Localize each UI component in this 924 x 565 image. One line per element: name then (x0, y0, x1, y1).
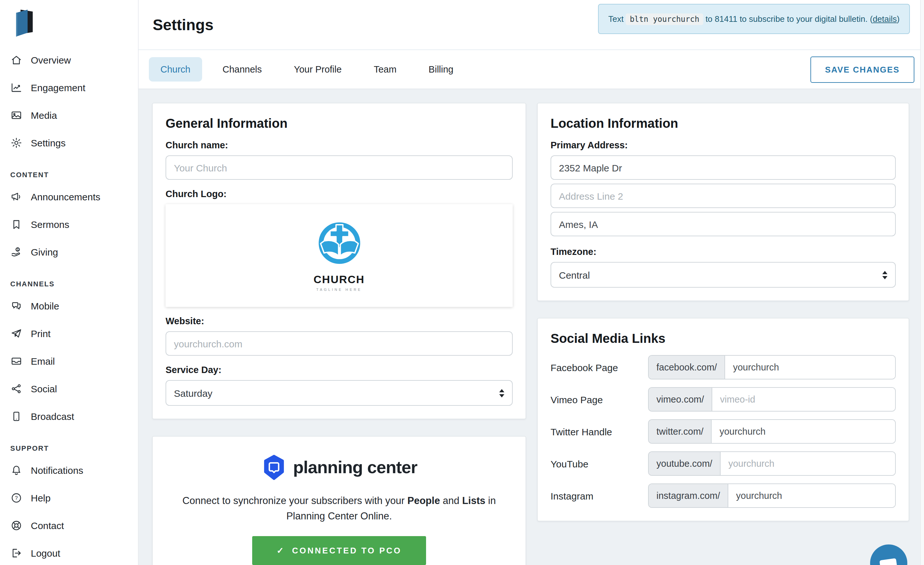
sidebar-item-notifications[interactable]: Notifications (10, 457, 138, 484)
sidebar-section-support: SUPPORT (10, 440, 138, 457)
url-prefix: vimeo.com/ (649, 388, 712, 411)
page-title: Settings (153, 16, 213, 34)
youtube-handle-input[interactable] (721, 452, 895, 475)
sidebar-item-label: Announcements (31, 191, 100, 202)
bookmark-icon (10, 218, 22, 230)
sidebar-section-content: CONTENT (10, 166, 138, 183)
banner-text: to 81411 to subscribe to your digital bu… (703, 14, 873, 24)
bulletin-logo-icon (12, 6, 37, 37)
url-prefix: youtube.com/ (649, 452, 721, 475)
timezone-select[interactable]: Central (550, 262, 896, 288)
sidebar-item-label: Broadcast (31, 411, 74, 422)
sidebar-item-giving[interactable]: $ Giving (10, 238, 138, 266)
location-information-card: Location Information Primary Address: Ti… (537, 103, 909, 301)
tab-channels[interactable]: Channels (211, 57, 274, 81)
instagram-handle-input[interactable] (728, 484, 895, 507)
website-input[interactable] (165, 331, 513, 356)
youtube-label: YouTube (550, 458, 648, 469)
sidebar-item-label: Social (31, 383, 57, 394)
scrollbar[interactable] (920, 0, 924, 565)
card-title: General Information (165, 116, 513, 131)
general-information-card: General Information Church name: Church … (152, 103, 526, 419)
select-arrows-icon (499, 389, 504, 397)
save-changes-button[interactable]: SAVE CHANGES (810, 56, 914, 83)
social-row-youtube: YouTube youtube.com/ (550, 451, 896, 476)
church-logo-box[interactable]: CHURCH TAGLINE HERE (165, 204, 513, 307)
instagram-label: Instagram (550, 490, 648, 501)
city-state-input[interactable] (550, 212, 896, 236)
settings-tabbar: Church Channels Your Profile Team Billin… (139, 50, 924, 89)
select-arrows-icon (882, 270, 887, 279)
inbox-icon (10, 355, 22, 367)
sidebar-item-contact[interactable]: Contact (10, 512, 138, 539)
primary-address-label: Primary Address: (550, 140, 896, 150)
social-media-links-card: Social Media Links Facebook Page faceboo… (537, 318, 909, 521)
card-title: Social Media Links (550, 331, 896, 346)
chart-icon (10, 81, 22, 94)
tab-your-profile[interactable]: Your Profile (282, 57, 353, 81)
timezone-value: Central (559, 269, 590, 280)
sidebar-item-logout[interactable]: Logout (10, 539, 138, 565)
sidebar-item-social[interactable]: Social (10, 375, 138, 403)
service-day-select[interactable]: Saturday (165, 380, 513, 406)
tab-team[interactable]: Team (362, 57, 408, 81)
card-title: Location Information (550, 116, 896, 131)
sidebar-item-settings[interactable]: Settings (10, 129, 138, 157)
website-label: Website: (165, 316, 513, 326)
share-icon (10, 383, 22, 395)
media-icon (10, 109, 22, 121)
sms-banner: Text bltn yourchurch to 81411 to subscri… (598, 4, 910, 34)
church-name-input[interactable] (165, 155, 513, 180)
social-row-vimeo: Vimeo Page vimeo.com/ (550, 387, 896, 412)
check-icon: ✓ (276, 546, 285, 555)
svg-text:$: $ (16, 248, 19, 251)
pco-button-label: CONNECTED TO PCO (292, 546, 402, 555)
tab-billing[interactable]: Billing (417, 57, 465, 81)
sidebar-item-engagement[interactable]: Engagement (10, 74, 138, 101)
address-line-2-input[interactable] (550, 183, 896, 208)
sidebar-item-label: Notifications (31, 465, 83, 476)
sidebar-item-announcements[interactable]: Announcements (10, 183, 138, 210)
banner-text: ) (897, 14, 900, 24)
banner-code: bltn yourchurch (626, 14, 703, 25)
church-name-label: Church name: (165, 140, 513, 150)
sidebar-item-label: Sermons (31, 219, 69, 230)
app-logo[interactable] (12, 6, 138, 39)
sidebar-item-label: Logout (31, 548, 60, 559)
sidebar-item-mobile[interactable]: Mobile (10, 292, 138, 320)
church-logo-name: CHURCH (314, 273, 365, 286)
sidebar-item-print[interactable]: Print (10, 320, 138, 347)
social-row-facebook: Facebook Page facebook.com/ (550, 355, 896, 379)
planning-center-icon (261, 455, 286, 480)
sidebar: Overview Engagement Media Settings CONTE… (0, 0, 139, 565)
twitter-handle-input[interactable] (712, 420, 895, 443)
megaphone-icon (10, 191, 22, 203)
planning-center-card: planning center Connect to synchronize y… (152, 436, 526, 565)
connected-to-pco-button[interactable]: ✓ CONNECTED TO PCO (252, 536, 426, 565)
svg-text:?: ? (15, 495, 18, 501)
sidebar-item-label: Email (31, 356, 55, 367)
social-row-twitter: Twitter Handle twitter.com/ (550, 419, 896, 444)
sidebar-item-label: Media (31, 110, 57, 121)
sidebar-item-label: Overview (31, 54, 71, 66)
settings-content: General Information Church name: Church … (139, 89, 924, 565)
sidebar-item-help[interactable]: ? Help (10, 484, 138, 512)
address-line-1-input[interactable] (550, 155, 896, 180)
planning-center-wordmark: planning center (293, 457, 417, 477)
tablet-icon (10, 410, 22, 422)
tab-church[interactable]: Church (149, 57, 202, 81)
url-prefix: instagram.com/ (649, 484, 728, 507)
sidebar-item-broadcast[interactable]: Broadcast (10, 403, 138, 430)
service-day-label: Service Day: (165, 365, 513, 375)
sidebar-item-media[interactable]: Media (10, 101, 138, 129)
app-window: Overview Engagement Media Settings CONTE… (0, 0, 924, 565)
bell-icon (10, 464, 22, 476)
sidebar-item-overview[interactable]: Overview (10, 46, 138, 74)
details-link[interactable]: details (873, 14, 897, 24)
vimeo-id-input[interactable] (712, 388, 895, 411)
sidebar-item-email[interactable]: Email (10, 347, 138, 375)
sidebar-item-sermons[interactable]: Sermons (10, 210, 138, 238)
facebook-handle-input[interactable] (725, 356, 895, 379)
giving-icon: $ (10, 246, 22, 258)
home-icon (10, 54, 22, 66)
